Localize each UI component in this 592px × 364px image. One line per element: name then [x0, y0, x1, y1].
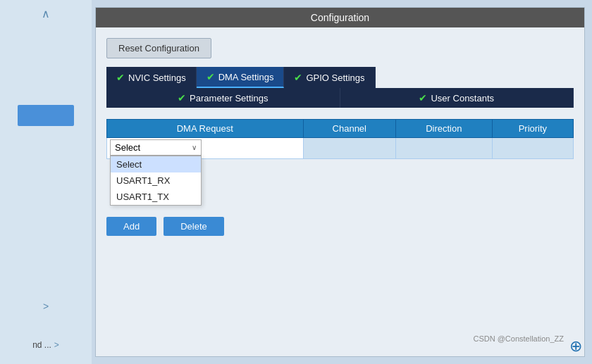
sidebar: ∧ > nd ... >: [0, 0, 92, 364]
cell-dma-request: Select ∨ Select USART1_RX USART1_TX: [107, 138, 304, 159]
reset-configuration-button[interactable]: Reset Configuration: [106, 38, 211, 58]
gpio-check-icon: ✔: [294, 72, 302, 83]
tabs-row-1: ✔ NVIC Settings ✔ DMA Settings ✔ GPIO Se…: [106, 67, 574, 88]
tab-gpio-settings[interactable]: ✔ GPIO Settings: [284, 67, 375, 88]
nvic-check-icon: ✔: [116, 72, 125, 83]
tabs-row-2: ✔ Parameter Settings ✔ User Constants: [106, 88, 574, 108]
config-body: Reset Configuration ✔ NVIC Settings ✔ DM…: [96, 27, 584, 356]
param-check-icon: ✔: [178, 92, 186, 103]
dma-request-dropdown-wrapper: Select ∨ Select USART1_RX USART1_TX: [110, 139, 202, 156]
add-button[interactable]: Add: [106, 217, 156, 236]
cell-priority: [492, 138, 573, 159]
user-check-icon: ✔: [419, 92, 427, 103]
sidebar-chevron-top[interactable]: ∧: [42, 7, 50, 20]
dropdown-item-select[interactable]: Select: [111, 156, 201, 172]
zoom-icon[interactable]: ⊕: [569, 337, 582, 356]
bottom-buttons: Add Delete: [106, 210, 574, 236]
col-priority: Priority: [492, 120, 573, 138]
dma-request-dropdown[interactable]: Select ∨: [110, 139, 202, 156]
dma-table-container: DMA Request Channel Direction Priority: [106, 116, 574, 159]
sidebar-blue-bar: [18, 105, 74, 126]
delete-button[interactable]: Delete: [164, 217, 224, 236]
main-content: Configuration Reset Configuration ✔ NVIC…: [92, 0, 592, 364]
tab-nvic-settings[interactable]: ✔ NVIC Settings: [106, 67, 197, 88]
sidebar-chevron-mid[interactable]: >: [43, 301, 49, 312]
sidebar-bottom-label: nd ...: [32, 340, 51, 350]
dma-check-icon: ✔: [206, 71, 215, 82]
tab-dma-settings[interactable]: ✔ DMA Settings: [197, 67, 285, 88]
table-header-row: DMA Request Channel Direction Priority: [107, 120, 574, 138]
sidebar-bottom-row: nd ... >: [32, 340, 59, 350]
table-row: Select ∨ Select USART1_RX USART1_TX: [107, 138, 574, 159]
cell-direction: [395, 138, 492, 159]
dropdown-item-usart1-rx[interactable]: USART1_RX: [111, 172, 201, 189]
cell-channel: [303, 138, 395, 159]
watermark: CSDN @Constellation_ZZ: [473, 334, 564, 343]
dropdown-item-usart1-tx[interactable]: USART1_TX: [111, 189, 201, 205]
tab-user-constants[interactable]: ✔ User Constants: [340, 88, 574, 108]
config-title: Configuration: [311, 12, 369, 23]
col-dma-request: DMA Request: [107, 120, 304, 138]
tab-user-label: User Constants: [431, 93, 494, 103]
tab-param-label: Parameter Settings: [190, 93, 268, 103]
tab-parameter-settings[interactable]: ✔ Parameter Settings: [106, 88, 340, 108]
tab-dma-label: DMA Settings: [218, 72, 274, 82]
col-direction: Direction: [395, 120, 492, 138]
dma-table: DMA Request Channel Direction Priority: [106, 119, 574, 159]
tab-gpio-label: GPIO Settings: [306, 73, 364, 83]
config-panel: Configuration Reset Configuration ✔ NVIC…: [95, 7, 585, 357]
dropdown-menu: Select USART1_RX USART1_TX: [110, 156, 202, 206]
sidebar-bottom-chevron-icon[interactable]: >: [54, 340, 59, 350]
dropdown-selected-value: Select: [115, 142, 140, 153]
config-title-bar: Configuration: [96, 8, 584, 27]
dropdown-arrow-icon: ∨: [192, 144, 197, 151]
col-channel: Channel: [303, 120, 395, 138]
tab-nvic-label: NVIC Settings: [128, 73, 186, 83]
